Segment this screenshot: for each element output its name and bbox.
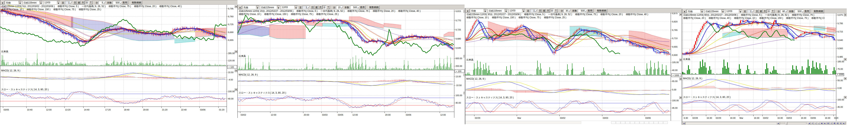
svg-text:Mar: Mar [740, 117, 743, 119]
svg-text:03/06: 03/06 [406, 114, 411, 116]
svg-text:× 1000: × 1000 [673, 74, 679, 76]
svg-text:× 1000: × 1000 [837, 73, 843, 75]
svg-text:20:00: 20:00 [143, 109, 149, 111]
svg-text:12:00: 12:00 [440, 114, 446, 116]
svg-text:02/29: 02/29 [475, 117, 480, 119]
svg-text:18:40: 18:40 [124, 109, 129, 111]
svg-text:出来高: 出来高 [466, 59, 473, 61]
svg-text:出来高: 出来高 [1, 50, 8, 53]
svg-text:9,485: 9,485 [837, 56, 843, 58]
svg-text:40.00: 40.00 [672, 69, 678, 71]
svg-text:9,760: 9,760 [228, 15, 234, 18]
svg-text:0.00: 0.00 [837, 87, 842, 89]
svg-text:22:40: 22:40 [181, 109, 187, 111]
svg-text:10:40: 10:40 [27, 109, 33, 111]
svg-text:9,765: 9,765 [672, 29, 678, 31]
svg-text:スロー・ストキャスティクス( 14, 3, 80, 20 ): スロー・ストキャスティクス( 14, 3, 80, 20 ) [239, 92, 286, 94]
svg-text:MACD( 12, 26, 9 ): MACD( 12, 26, 9 ) [239, 73, 258, 76]
svg-text:20:00: 20:00 [385, 114, 391, 116]
svg-text:20:00: 20:00 [304, 114, 309, 116]
svg-text:02/29: 02/29 [716, 117, 721, 119]
svg-text:40.00: 40.00 [456, 102, 461, 104]
svg-text:9,725: 9,725 [456, 29, 461, 31]
svg-text:03/03: 03/03 [603, 117, 608, 119]
svg-text:9,655: 9,655 [228, 39, 234, 41]
svg-text:9,795: 9,795 [228, 7, 234, 10]
svg-text:9,640: 9,640 [837, 39, 843, 41]
svg-text:MACD( 12, 26, 9 ): MACD( 12, 26, 9 ) [466, 77, 486, 80]
svg-text:12:00: 12:00 [352, 114, 358, 116]
svg-text:出来高: 出来高 [239, 55, 246, 58]
svg-text:× 100: × 100 [228, 66, 234, 68]
svg-text:03/05: 03/05 [4, 109, 9, 111]
svg-text:65.00: 65.00 [672, 80, 678, 82]
svg-text:10.50: 10.50 [228, 71, 234, 74]
svg-text:MACD( 12, 26, 9 ): MACD( 12, 26, 9 ) [1, 69, 20, 72]
svg-text:45.00: 45.00 [672, 107, 678, 109]
svg-text:200.00: 200.00 [456, 65, 462, 67]
svg-text:9,715: 9,715 [837, 31, 843, 33]
svg-text:スロー・ストキャスティクス( 14, 3, 80, 20 ): スロー・ストキャスティクス( 14, 3, 80, 20 ) [683, 96, 731, 99]
svg-text:100.00: 100.00 [672, 99, 679, 102]
svg-text:03/05: 03/05 [338, 114, 343, 116]
svg-text:MACD( 12, 26, 9 ): MACD( 12, 26, 9 ) [683, 77, 702, 80]
svg-text:100.00: 100.00 [837, 99, 844, 101]
svg-text:× 100: × 100 [456, 70, 461, 72]
svg-text:01:20: 01:20 [219, 109, 224, 111]
svg-text:9,690: 9,690 [228, 31, 234, 33]
svg-text:Mar: Mar [517, 117, 521, 119]
svg-text:02/28: 02/28 [692, 117, 698, 119]
svg-text:12:00: 12:00 [271, 114, 276, 116]
svg-text:16:30: 16:30 [825, 117, 830, 119]
svg-text:9,725: 9,725 [228, 23, 234, 26]
svg-text:-4.50: -4.50 [228, 78, 233, 81]
svg-text:100.00: 100.00 [228, 90, 235, 93]
svg-text:9,600: 9,600 [672, 54, 678, 56]
svg-text:13.00: 13.00 [456, 75, 461, 78]
svg-text:9,710: 9,710 [672, 37, 678, 39]
svg-text:スロー・ストキャスティクス( 14, 3, 80, 20 ): スロー・ストキャスティクス( 14, 3, 80, 20 ) [466, 96, 514, 99]
svg-text:21:20: 21:20 [162, 109, 167, 111]
svg-text:9,875: 9,875 [837, 14, 843, 16]
svg-text:03/02: 03/02 [763, 117, 769, 119]
svg-text:13:20: 13:20 [65, 109, 70, 111]
svg-text:-10.50: -10.50 [456, 84, 462, 86]
svg-text:17:20: 17:20 [105, 109, 111, 111]
svg-text:40.00: 40.00 [228, 98, 234, 100]
svg-text:9,770: 9,770 [456, 19, 461, 22]
svg-text:185.00: 185.00 [837, 60, 844, 63]
svg-text:16:30: 16:30 [801, 117, 806, 119]
svg-text:16:30: 16:30 [754, 117, 760, 119]
svg-text:9,655: 9,655 [672, 46, 678, 48]
svg-text:14:40: 14:40 [84, 109, 90, 111]
svg-text:03/06: 03/06 [200, 109, 206, 111]
svg-text:16:30: 16:30 [777, 117, 783, 119]
svg-text:55.00: 55.00 [837, 79, 843, 81]
svg-text:9,820: 9,820 [672, 21, 678, 23]
svg-text:16:30: 16:30 [707, 117, 712, 119]
svg-text:100.00: 100.00 [456, 94, 462, 97]
svg-text:03/06: 03/06 [810, 117, 816, 119]
svg-text:45.00: 45.00 [837, 106, 843, 108]
svg-text:9,560: 9,560 [837, 47, 843, 49]
svg-text:6:30: 6:30 [684, 117, 688, 119]
svg-text:600.00: 600.00 [456, 57, 462, 60]
svg-text:9,795: 9,795 [837, 22, 843, 25]
svg-text:03/02: 03/02 [241, 114, 246, 116]
svg-text:03/02: 03/02 [560, 117, 565, 119]
svg-text:5.00: 5.00 [672, 89, 676, 91]
svg-text:16:30: 16:30 [730, 117, 736, 119]
svg-text:285.00: 285.00 [228, 52, 235, 55]
svg-text:9,680: 9,680 [456, 38, 461, 40]
svg-text:出来高: 出来高 [683, 58, 690, 61]
svg-text:03/0: 03/0 [834, 117, 838, 119]
svg-text:03/03: 03/03 [786, 117, 792, 119]
svg-text:スロー・ストキャスティクス( 14, 3, 80, 20 ): スロー・ストキャスティクス( 14, 3, 80, 20 ) [1, 88, 49, 91]
svg-text:9,815: 9,815 [456, 10, 461, 12]
svg-text:03/06: 03/06 [645, 117, 651, 119]
svg-text:105.00: 105.00 [672, 61, 679, 64]
svg-text:12:00: 12:00 [46, 109, 52, 111]
svg-text:120.00: 120.00 [228, 59, 235, 62]
svg-text:75.00: 75.00 [837, 68, 843, 70]
svg-text:03/03: 03/03 [322, 114, 328, 116]
